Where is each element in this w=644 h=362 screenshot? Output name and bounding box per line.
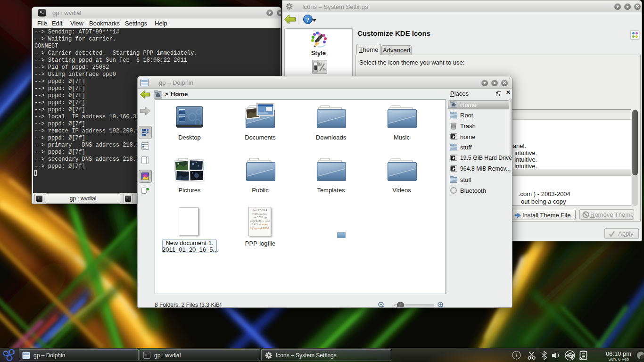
svg-text:?: ? <box>306 16 310 23</box>
svg-text:i: i <box>516 352 517 359</box>
